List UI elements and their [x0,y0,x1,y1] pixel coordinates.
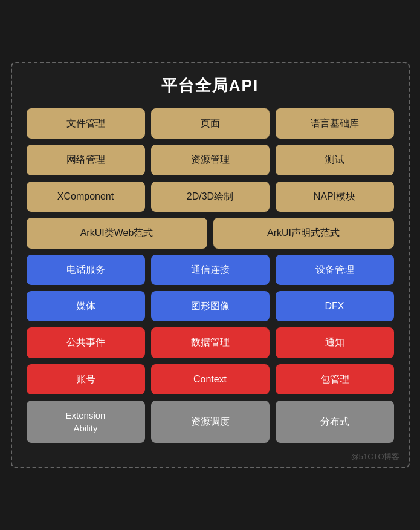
row-8: 账号 Context 包管理 [27,364,394,394]
cell-data-mgmt: 数据管理 [151,327,270,358]
cell-page: 页面 [151,108,270,139]
cell-xcomponent: XComponent [27,182,145,212]
cell-notify: 通知 [276,327,394,358]
tan-section: 文件管理 页面 语言基础库 网络管理 资源管理 测试 XComponent 2D… [27,108,394,249]
row-1: 文件管理 页面 语言基础库 [27,108,394,139]
cell-napi: NAPI模块 [276,182,394,212]
cell-lang-lib: 语言基础库 [276,108,394,139]
cell-account: 账号 [27,364,145,394]
row-4: ArkUI类Web范式 ArkUI声明式范式 [27,218,394,248]
red-section: 公共事件 数据管理 通知 账号 Context 包管理 [27,327,394,394]
cell-extension-ability: Extension Ability [27,401,145,443]
gray-section: Extension Ability 资源调度 分布式 [27,401,394,443]
main-container: 平台全局API 文件管理 页面 语言基础库 网络管理 资源管理 测试 XComp… [11,62,410,468]
row-9: Extension Ability 资源调度 分布式 [27,401,394,443]
row-3: XComponent 2D/3D绘制 NAPI模块 [27,182,394,212]
cell-res-mgmt: 资源管理 [151,145,270,175]
cell-public-event: 公共事件 [27,327,145,358]
row-6: 媒体 图形图像 DFX [27,291,394,321]
cell-pkg-mgmt: 包管理 [276,364,394,394]
cell-dfx: DFX [276,291,394,321]
cell-arkui-decl: ArkUI声明式范式 [213,218,394,248]
blue-section: 电话服务 通信连接 设备管理 媒体 图形图像 DFX [27,255,394,322]
row-7: 公共事件 数据管理 通知 [27,327,394,358]
cell-net-mgmt: 网络管理 [27,145,145,175]
row-5: 电话服务 通信连接 设备管理 [27,255,394,285]
cell-file-mgmt: 文件管理 [27,108,145,139]
cell-resource-sched: 资源调度 [151,401,270,443]
watermark: @51CTO博客 [351,451,400,462]
row-2: 网络管理 资源管理 测试 [27,145,394,175]
cell-arkui-web: ArkUI类Web范式 [27,218,207,248]
cell-media: 媒体 [27,291,145,321]
cell-context: Context [151,364,270,394]
cell-device-mgmt: 设备管理 [276,255,394,285]
page-title: 平台全局API [27,75,394,96]
cell-2d3d: 2D/3D绘制 [151,182,270,212]
cell-distributed: 分布式 [276,401,394,443]
cell-comm: 通信连接 [151,255,270,285]
cell-graphics: 图形图像 [151,291,270,321]
cell-test: 测试 [276,145,394,175]
cell-phone-svc: 电话服务 [27,255,145,285]
